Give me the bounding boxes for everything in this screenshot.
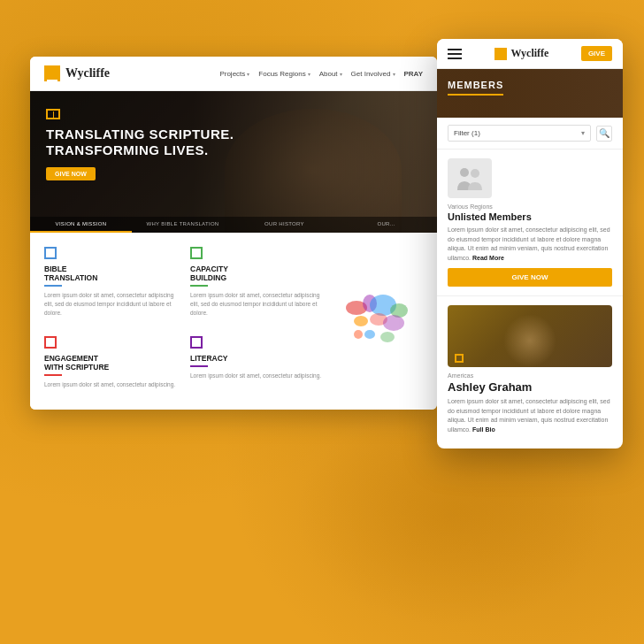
- desktop-nav: Wycliffe Projects ▾ Focus Regions ▾ Abou…: [30, 57, 437, 91]
- card-text: Lorem ipsum dolor sit amet, consectetur …: [44, 380, 178, 389]
- hero-title: TRANSLATING SCRIPTURE. TRANSFORMING LIVE…: [46, 126, 421, 158]
- desktop-logo: Wycliffe: [44, 65, 110, 81]
- card-engagement-scripture: ENGAGEMENT WITH SCRIPTURE Lorem ipsum do…: [44, 336, 178, 395]
- map-area: [334, 247, 423, 395]
- card-bible-translation: BIBLE TRANSLATION Lorem ipsum dolor sit …: [44, 247, 178, 324]
- member-description: Lorem ipsum dolor sit amet, consectetur …: [448, 397, 612, 434]
- desktop-hero: TRANSLATING SCRIPTURE. TRANSFORMING LIVE…: [30, 91, 437, 233]
- member-photo: [448, 305, 612, 367]
- members-title: MEMBERS: [448, 80, 503, 96]
- chevron-down-icon: ▾: [308, 71, 310, 77]
- hero-tab-why[interactable]: WHY BIBLE TRANSLATION: [132, 217, 234, 233]
- member-description: Lorem ipsum dolor sit amet, consectetur …: [448, 226, 612, 263]
- card-title-literacy: LITERACY: [190, 354, 324, 363]
- logo-icon: [44, 65, 60, 81]
- avatar-silhouette: [456, 165, 484, 192]
- hero-give-now-button[interactable]: GIVE NOW: [46, 167, 96, 180]
- search-button[interactable]: 🔍: [596, 126, 612, 142]
- nav-items: Projects ▾ Focus Regions ▾ About ▾ Get I…: [219, 70, 423, 78]
- member-name: Unlisted Members: [448, 211, 612, 222]
- member-region: Americas: [448, 372, 612, 379]
- square-icon: [190, 336, 203, 349]
- card-capacity-building: CAPACITY BUILDING Lorem ipsum dolor sit …: [190, 247, 324, 324]
- hero-tabs: VISION & MISSION WHY BIBLE TRANSLATION O…: [30, 217, 437, 233]
- card-text: Lorem ipsum dolor sit amet, consectetur …: [44, 291, 178, 317]
- scene: Wycliffe Projects ▾ Focus Regions ▾ Abou…: [21, 30, 623, 614]
- square-icon: [44, 336, 57, 349]
- hero-tab-vision[interactable]: VISION & MISSION: [30, 217, 132, 233]
- member-card-unlisted: Various Regions Unlisted Members Lorem i…: [437, 150, 623, 296]
- card-divider: [44, 374, 62, 376]
- svg-point-4: [354, 316, 368, 326]
- square-icon: [44, 247, 57, 259]
- card-text: Lorem ipsum dolor sit amet, consectetur …: [190, 291, 324, 317]
- hero-tab-other[interactable]: OUR...: [335, 217, 437, 233]
- nav-item-pray[interactable]: PRAY: [404, 70, 424, 78]
- card-literacy: LITERACY Lorem ipsum dolor sit amet, con…: [190, 336, 324, 395]
- full-bio-link[interactable]: Full Bio: [472, 426, 495, 433]
- mobile-mockup: Wycliffe GIVE MEMBERS Filter (1) ▾ 🔍: [437, 39, 623, 448]
- mobile-members-header: MEMBERS: [437, 69, 623, 118]
- svg-point-10: [460, 168, 469, 177]
- nav-item-projects[interactable]: Projects ▾: [219, 70, 249, 78]
- nav-item-get-involved[interactable]: Get Involved ▾: [351, 70, 395, 78]
- mobile-nav: Wycliffe GIVE: [437, 39, 623, 69]
- card-divider: [190, 365, 208, 367]
- member-name: Ashley Graham: [448, 380, 612, 394]
- desktop-mockup: Wycliffe Projects ▾ Focus Regions ▾ Abou…: [30, 57, 437, 410]
- card-title-engagement: ENGAGEMENT WITH SCRIPTURE: [44, 354, 178, 372]
- hero-content: TRANSLATING SCRIPTURE. TRANSFORMING LIVE…: [30, 91, 437, 198]
- mobile-logo-icon: [494, 48, 507, 60]
- card-title-bible: BIBLE TRANSLATION: [44, 264, 178, 282]
- nav-item-about[interactable]: About ▾: [319, 70, 342, 78]
- square-icon: [190, 247, 203, 259]
- svg-point-6: [383, 315, 404, 331]
- give-now-button[interactable]: GIVE NOW: [448, 268, 612, 287]
- book-icon: [46, 109, 60, 119]
- member-avatar-area: [448, 158, 612, 198]
- mobile-filter-bar: Filter (1) ▾ 🔍: [437, 118, 623, 150]
- mobile-logo-text: Wycliffe: [511, 47, 549, 60]
- member-card-ashley: Americas Ashley Graham Lorem ipsum dolor…: [437, 296, 623, 448]
- hero-tab-history[interactable]: OUR HISTORY: [234, 217, 335, 233]
- desktop-logo-text: Wycliffe: [65, 66, 110, 80]
- chevron-down-icon: ▾: [340, 71, 342, 77]
- mobile-give-button[interactable]: GIVE: [581, 46, 612, 61]
- mobile-logo: Wycliffe: [494, 47, 549, 60]
- member-avatar: [448, 158, 492, 198]
- card-text: Lorem ipsum dolor sit amet, consectetur …: [190, 372, 324, 380]
- read-more-link[interactable]: Read More: [472, 255, 504, 261]
- nav-item-focus-regions[interactable]: Focus Regions ▾: [258, 70, 310, 78]
- chevron-down-icon: ▾: [247, 71, 249, 77]
- filter-label: Filter (1): [454, 129, 480, 137]
- chevron-down-icon: ▾: [581, 129, 585, 137]
- desktop-content: BIBLE TRANSLATION Lorem ipsum dolor sit …: [30, 233, 437, 410]
- svg-point-11: [471, 169, 479, 178]
- card-title-capacity: CAPACITY BUILDING: [190, 264, 324, 282]
- chevron-down-icon: ▾: [393, 71, 395, 77]
- member-region: Various Regions: [448, 203, 612, 210]
- card-divider: [190, 285, 208, 287]
- svg-point-7: [364, 330, 375, 339]
- book-icon: [455, 354, 464, 363]
- hamburger-menu-button[interactable]: [448, 49, 462, 59]
- world-map: [339, 286, 418, 356]
- card-divider: [44, 285, 62, 287]
- svg-point-8: [380, 332, 395, 342]
- filter-select[interactable]: Filter (1) ▾: [448, 125, 591, 142]
- svg-point-9: [354, 330, 363, 339]
- content-grid: BIBLE TRANSLATION Lorem ipsum dolor sit …: [44, 247, 324, 395]
